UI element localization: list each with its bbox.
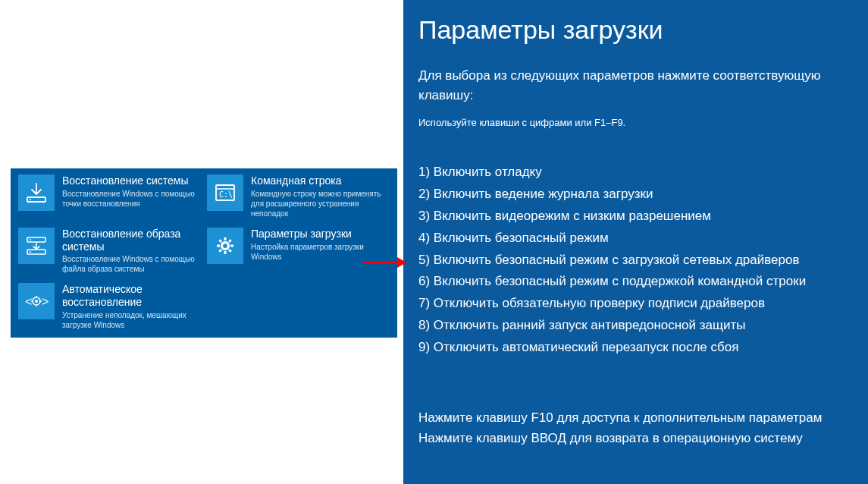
tile-startup-settings[interactable]: Параметры загрузки Настройка параметров … [207,228,390,275]
page-title: Параметры загрузки [418,15,868,45]
tile-desc: Восстановление Windows с помощью точки в… [62,189,201,209]
startup-option[interactable]: 3) Включить видеорежим с низким разрешен… [418,206,868,228]
command-prompt-icon: C:\ [207,174,243,211]
startup-option[interactable]: 4) Включить безопасный режим [418,228,868,250]
startup-option[interactable]: 9) Отключить автоматический перезапуск п… [418,337,868,359]
svg-point-8 [30,251,31,253]
footer-enter: Нажмите клавишу ВВОД для возврата в опер… [418,428,868,448]
tile-command-prompt[interactable]: C:\ Командная строка Командную строку мо… [207,174,390,218]
tile-title: Восстановление образа системы [62,228,201,253]
startup-option[interactable]: 7) Отключить обязательную проверку подпи… [418,293,868,315]
tile-desc: Восстановление Windows с помощью файла о… [62,254,201,274]
svg-point-20 [35,300,38,303]
svg-rect-10 [224,251,227,254]
arrow-icon [364,255,406,270]
startup-option[interactable]: 8) Отключить ранний запуск антивредоносн… [418,315,868,337]
page-subtitle: Для выбора из следующих параметров нажми… [418,66,868,105]
page-hint: Используйте клавиши с цифрами или F1–F9. [418,117,868,128]
startup-option[interactable]: 5) Включить безопасный режим с загрузкой… [418,250,868,272]
svg-text:C:\: C:\ [219,190,233,199]
svg-rect-12 [230,244,233,247]
tile-desc: Устранение неполадок, мешающих загрузке … [62,310,201,330]
tile-title: Командная строка [251,174,390,187]
svg-point-6 [30,239,31,240]
svg-rect-14 [218,249,222,253]
startup-settings-screen: Параметры загрузки Для выбора из следующ… [403,0,868,484]
tile-system-restore[interactable]: Восстановление системы Восстановление Wi… [18,174,201,218]
tile-title: Параметры загрузки [251,228,390,240]
tile-title: Восстановление системы [62,174,201,187]
system-restore-icon [18,174,55,211]
tile-title: Автоматическое восстановление [62,283,201,309]
startup-options-list: 1) Включить отладку 2) Включить ведение … [418,162,868,359]
svg-text:<: < [25,295,32,308]
automatic-repair-icon: < > [18,283,55,319]
startup-option[interactable]: 6) Включить безопасный режим с поддержко… [418,271,868,293]
svg-rect-9 [224,237,227,240]
tiles-container: Восстановление системы Восстановление Wi… [11,168,397,338]
startup-option[interactable]: 2) Включить ведение журнала загрузки [418,184,868,206]
svg-rect-11 [217,244,220,247]
footer-f10: Нажмите клавишу F10 для доступа к дополн… [418,407,868,428]
svg-rect-15 [218,239,222,243]
tile-image-recovery[interactable]: Восстановление образа системы Восстановл… [18,228,201,275]
startup-option[interactable]: 1) Включить отладку [418,162,868,184]
left-panel: Восстановление системы Восстановление Wi… [0,0,403,484]
svg-rect-16 [228,249,232,253]
svg-point-1 [30,199,31,200]
tile-desc: Командную строку можно применять для рас… [251,189,390,218]
svg-rect-13 [228,239,232,243]
tile-automatic-repair[interactable]: < > Автоматическое восстановление Устран… [18,283,201,330]
svg-text:>: > [42,295,49,308]
image-recovery-icon [18,228,55,264]
gear-icon [207,228,243,264]
svg-marker-26 [397,257,406,268]
